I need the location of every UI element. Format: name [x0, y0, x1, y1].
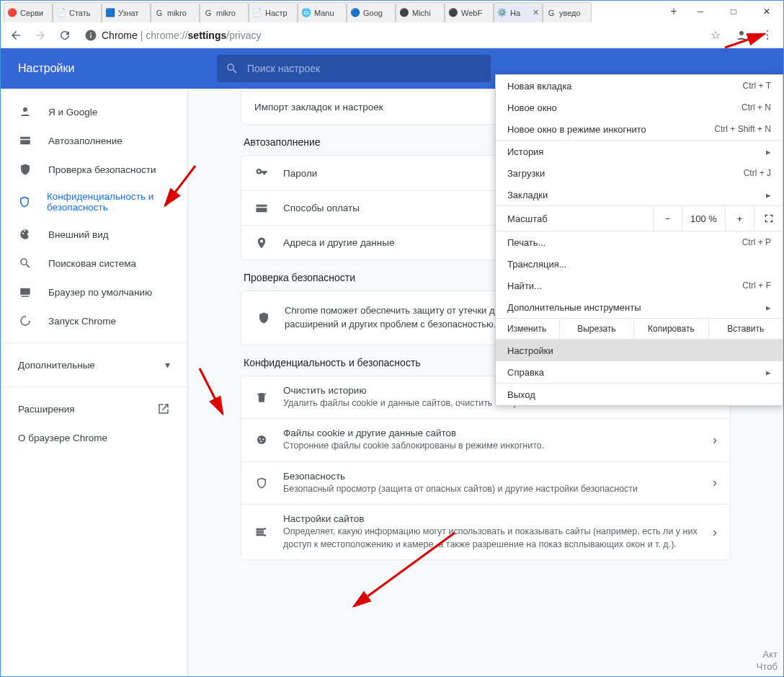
browser-tab[interactable]: ⚫WebF	[445, 2, 494, 22]
sidebar-item[interactable]: Браузер по умолчанию	[1, 278, 187, 306]
settings-title: Настройки	[1, 62, 217, 75]
menu-cut[interactable]: Вырезать	[559, 319, 633, 339]
zoom-out-button[interactable]: −	[653, 206, 682, 231]
profile-avatar-icon[interactable]	[730, 24, 753, 47]
svg-point-1	[23, 107, 27, 112]
browser-tab[interactable]: ⚫Michi	[396, 2, 445, 22]
browser-tab[interactable]: 📄Настр	[249, 2, 298, 22]
menu-downloads[interactable]: ЗагрузкиCtrl + J	[496, 162, 783, 184]
chrome-menu-icon[interactable]: ⋮	[756, 24, 779, 47]
browser-tab[interactable]: 🟦Узнат	[102, 2, 151, 22]
menu-history[interactable]: История▸	[496, 141, 783, 162]
favicon: G	[154, 8, 164, 18]
chevron-down-icon: ▾	[165, 359, 170, 371]
browser-tab[interactable]: Gуведо	[543, 2, 592, 22]
favicon: 🌐	[301, 8, 311, 18]
chevron-right-icon: ›	[713, 433, 717, 448]
menu-new-window[interactable]: Новое окноCtrl + N	[496, 97, 783, 118]
fullscreen-button[interactable]	[754, 206, 783, 231]
favicon: 🔴	[7, 8, 17, 18]
row-icon	[254, 391, 269, 404]
site-info-icon	[84, 29, 97, 42]
sidebar-icon	[18, 286, 32, 298]
chevron-right-icon: ›	[713, 475, 717, 490]
bookmark-star-icon[interactable]: ☆	[704, 24, 727, 47]
sidebar-icon	[18, 195, 31, 208]
new-tab-button[interactable]: +	[664, 1, 684, 22]
menu-copy[interactable]: Копировать	[633, 319, 708, 339]
back-button[interactable]	[5, 25, 27, 46]
menu-find[interactable]: Найти...Ctrl + F	[496, 275, 783, 296]
search-icon	[226, 62, 239, 75]
omnibox[interactable]: Chrome | chrome://settings/privacy	[79, 29, 701, 42]
settings-search-input[interactable]: Поиск настроек	[217, 55, 491, 82]
svg-point-3	[259, 438, 261, 440]
browser-tab[interactable]: 🔴Серви	[4, 2, 53, 22]
row-icon	[254, 433, 269, 446]
menu-more-tools[interactable]: Дополнительные инструменты▸	[496, 296, 783, 318]
favicon: ⚫	[448, 8, 458, 18]
close-tab-icon[interactable]: ✕	[533, 8, 539, 17]
favicon: G	[546, 8, 556, 18]
privacy-row[interactable]: Настройки сайтовОпределяет, какую информ…	[241, 504, 730, 559]
sidebar-extensions[interactable]: Расширения	[18, 394, 170, 423]
sidebar-item[interactable]: Поисковая система	[1, 249, 187, 278]
sidebar-icon	[18, 228, 32, 241]
favicon: ⚙️	[497, 8, 507, 18]
browser-tab-strip: 🔴Серви📄Стать🟦УзнатGmikroGmikro📄Настр🌐Man…	[1, 1, 783, 22]
zoom-in-button[interactable]: +	[725, 206, 754, 231]
sidebar-more[interactable]: Дополнительные ▾	[1, 350, 187, 379]
svg-point-2	[257, 435, 266, 444]
privacy-row[interactable]: БезопасностьБезопасный просмотр (защита …	[241, 461, 730, 505]
svg-point-0	[739, 31, 744, 35]
favicon: 📄	[56, 8, 66, 18]
favicon: ⚫	[399, 8, 409, 18]
menu-zoom: Масштаб − 100 % +	[496, 205, 783, 231]
menu-cast[interactable]: Трансляция...	[496, 253, 783, 275]
menu-edit-row: Изменить Вырезать Копировать Вставить	[496, 318, 783, 340]
open-external-icon	[157, 402, 170, 415]
browser-tab[interactable]: 🔵Goog	[347, 2, 396, 22]
row-icon	[254, 236, 269, 249]
menu-bookmarks[interactable]: Закладки▸	[496, 184, 783, 205]
favicon: 🟦	[105, 8, 115, 18]
sidebar-item[interactable]: Запуск Chrome	[1, 306, 187, 335]
sidebar-item[interactable]: Автозаполнение	[1, 126, 187, 155]
windows-activation-watermark: АктЧтоб	[757, 649, 778, 673]
browser-tab[interactable]: ⚙️На✕	[494, 2, 543, 22]
row-icon	[254, 477, 269, 490]
reload-button[interactable]	[54, 25, 76, 46]
zoom-level: 100 %	[682, 206, 725, 231]
menu-print[interactable]: Печать...Ctrl + P	[496, 231, 783, 253]
window-minimize[interactable]: ─	[684, 1, 717, 22]
settings-sidebar: Я и GoogleАвтозаполнениеПроверка безопас…	[1, 89, 188, 676]
forward-button[interactable]	[30, 25, 51, 46]
privacy-row[interactable]: Файлы cookie и другие данные сайтовСторо…	[241, 418, 730, 461]
browser-tab[interactable]: 📄Стать	[53, 2, 102, 22]
sidebar-icon	[18, 134, 32, 147]
chevron-right-icon: ›	[713, 525, 717, 540]
svg-point-4	[262, 439, 264, 441]
menu-exit[interactable]: Выход	[496, 384, 783, 405]
menu-incognito[interactable]: Новое окно в режиме инкогнитоCtrl + Shif…	[496, 118, 783, 140]
browser-tab[interactable]: Gmikro	[200, 2, 249, 22]
chrome-menu: Новая вкладкаCtrl + T Новое окноCtrl + N…	[495, 74, 783, 406]
row-icon	[254, 202, 269, 215]
sidebar-item[interactable]: Я и Google	[1, 97, 187, 126]
browser-tab[interactable]: 🌐Manu	[298, 2, 347, 22]
sidebar-item[interactable]: Конфиденциальность и безопасность	[1, 184, 187, 220]
menu-new-tab[interactable]: Новая вкладкаCtrl + T	[496, 75, 783, 97]
favicon: G	[203, 8, 213, 18]
favicon: 📄	[252, 8, 262, 18]
browser-tab[interactable]: Gmikro	[151, 2, 200, 22]
menu-paste[interactable]: Вставить	[708, 319, 783, 339]
sidebar-icon	[18, 257, 32, 270]
menu-settings[interactable]: Настройки	[496, 340, 783, 361]
sidebar-item[interactable]: Внешний вид	[1, 220, 187, 249]
search-placeholder: Поиск настроек	[247, 63, 320, 74]
sidebar-about[interactable]: О браузере Chrome	[18, 423, 170, 452]
window-close[interactable]: ✕	[750, 1, 783, 22]
window-maximize[interactable]: □	[717, 1, 750, 22]
menu-help[interactable]: Справка▸	[496, 361, 783, 383]
sidebar-item[interactable]: Проверка безопасности	[1, 155, 187, 184]
